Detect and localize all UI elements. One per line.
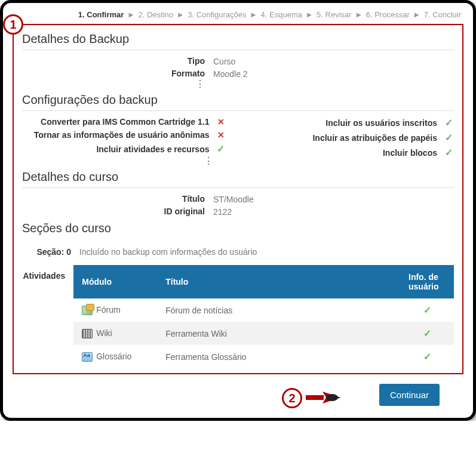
table-row: Wiki Ferramenta Wiki ✓: [73, 322, 454, 345]
step-sep-icon: ►: [250, 10, 257, 19]
step-sep-icon: ►: [177, 10, 185, 19]
setting-row: Tornar as informações de usuário anônima…: [22, 130, 226, 140]
check-icon: ✓: [423, 352, 431, 362]
kv-course-id-value: 2122: [213, 207, 232, 217]
check-icon: ✓: [423, 305, 431, 315]
setting-label: Tornar as informações de usuário anônima…: [22, 130, 210, 140]
step-destino: 2. Destino: [139, 10, 174, 19]
cell-module: Wiki: [73, 322, 157, 345]
setting-label: Converter para IMS Common Cartridge 1.1: [22, 117, 210, 127]
callout-2-badge: 2: [282, 388, 302, 408]
highlight-region-1: 1 Detalhes do Backup Tipo Curso Formato …: [13, 24, 463, 374]
activities-block: Atividades Módulo Título Info. de usuári…: [22, 265, 454, 368]
table-row: Glossário Ferramenta Glossário ✓: [73, 345, 454, 368]
cell-userinfo: ✓: [400, 345, 454, 368]
svg-rect-0: [306, 395, 324, 400]
pointing-hand-icon: [306, 389, 342, 408]
continue-button[interactable]: Continuar: [379, 384, 440, 406]
setting-label: Incluir as atribuições de papéis: [250, 133, 438, 143]
check-icon: ✓: [443, 117, 454, 128]
activities-label: Atividades: [22, 265, 73, 281]
step-configuracoes: 3. Configurações: [188, 10, 246, 19]
step-revisar: 5. Revisar: [317, 10, 352, 19]
section-0-row: Seção: 0 Incluído no backup com informaç…: [22, 247, 454, 257]
kv-type-value: Curso: [213, 56, 235, 66]
step-confirmar: 1. Confirmar: [78, 10, 124, 19]
callout-2-wrap: 2: [282, 388, 342, 408]
setting-row: Incluir blocos ✓: [250, 147, 454, 158]
check-icon: ✓: [423, 328, 431, 338]
kv-course-title-value: ST/Moodle: [213, 194, 254, 204]
setting-row: Incluir atividades e recursos ✓: [22, 143, 226, 155]
kv-course-title-label: Título: [22, 194, 213, 204]
kv-course-id-label: ID original: [22, 207, 213, 216]
cell-userinfo: ✓: [400, 298, 454, 322]
module-name: Glossário: [96, 352, 131, 361]
col-title: Título: [157, 265, 400, 298]
cross-icon: ✕: [216, 130, 226, 140]
setting-label: Incluir atividades e recursos: [22, 144, 210, 154]
activities-table: Módulo Título Info. de usuário Fórum Fór…: [73, 265, 454, 368]
check-icon: ✓: [443, 132, 454, 143]
kv-format: Formato Moodle 2: [22, 69, 454, 79]
cell-title: Ferramenta Wiki: [157, 322, 400, 345]
backup-confirm-frame: 1. Confirmar ► 2. Destino ► 3. Configura…: [0, 0, 476, 421]
cell-title: Ferramenta Glossário: [157, 345, 400, 368]
check-icon: ✓: [443, 147, 454, 158]
forum-icon: [82, 306, 93, 315]
module-name: Wiki: [96, 328, 112, 338]
kv-course-id: ID original 2122: [22, 207, 454, 217]
course-details-heading: Detalhes do curso: [22, 170, 454, 188]
col-userinfo: Info. de usuário: [400, 265, 454, 298]
step-concluir: 7. Concluir: [424, 10, 461, 19]
kv-format-value: Moodle 2: [213, 69, 248, 79]
module-name: Fórum: [96, 305, 120, 315]
kv-type-label: Tipo: [22, 56, 213, 66]
cell-title: Fórum de notícias: [157, 298, 400, 322]
step-sep-icon: ►: [355, 10, 363, 19]
kv-format-label: Formato: [22, 69, 213, 78]
setting-row: Incluir as atribuições de papéis ✓: [250, 132, 454, 143]
kv-course-title: Título ST/Moodle: [22, 194, 454, 204]
settings-col-right: Incluir os usuários inscritos ✓ Incluir …: [250, 117, 454, 165]
settings-col-left: Converter para IMS Common Cartridge 1.1 …: [22, 117, 226, 165]
backup-details-heading: Detalhes do Backup: [22, 32, 454, 50]
step-sep-icon: ►: [413, 10, 420, 19]
cell-module: Glossário: [73, 345, 157, 368]
wiki-icon: [82, 329, 93, 338]
step-esquema: 4. Esquema: [261, 10, 302, 19]
setting-row: Converter para IMS Common Cartridge 1.1 …: [22, 117, 226, 127]
section-0-note: Incluído no backup com informações do us…: [79, 247, 257, 257]
course-sections-heading: Seções do curso: [22, 221, 454, 239]
more-dots-icon: ⋮: [22, 158, 226, 165]
check-icon: ✓: [216, 143, 226, 155]
cell-userinfo: ✓: [400, 322, 454, 345]
step-processar: 6. Processar: [366, 10, 410, 19]
kv-type: Tipo Curso: [22, 56, 454, 66]
cross-icon: ✕: [216, 117, 226, 127]
setting-label: Incluir blocos: [250, 148, 438, 158]
glossary-icon: [82, 352, 93, 362]
col-module: Módulo: [73, 265, 157, 298]
cell-module: Fórum: [73, 298, 157, 322]
section-0-label: Seção: 0: [22, 247, 79, 257]
settings-columns: Converter para IMS Common Cartridge 1.1 …: [22, 117, 454, 165]
wizard-steps: 1. Confirmar ► 2. Destino ► 3. Configura…: [13, 8, 463, 24]
table-row: Fórum Fórum de notícias ✓: [73, 298, 454, 322]
footer-actions: Continuar: [13, 384, 463, 406]
backup-settings-heading: Configurações do backup: [22, 93, 454, 111]
setting-label: Incluir os usuários inscritos: [250, 118, 438, 128]
step-sep-icon: ►: [306, 10, 314, 19]
callout-1-badge: 1: [3, 14, 23, 35]
step-sep-icon: ►: [127, 10, 135, 19]
setting-row: Incluir os usuários inscritos ✓: [250, 117, 454, 128]
more-dots-icon: ⋮: [22, 81, 213, 88]
